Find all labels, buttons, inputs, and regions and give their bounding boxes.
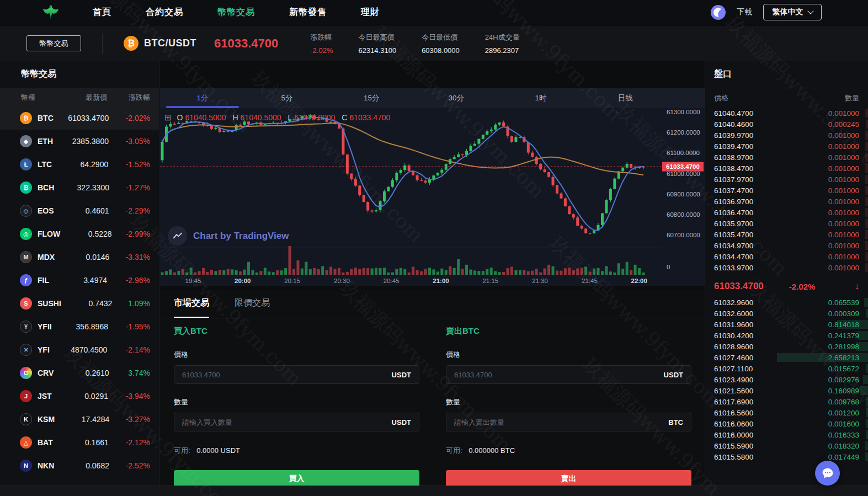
language-selector[interactable]: 繁体中文 <box>763 4 822 20</box>
divider <box>102 33 103 54</box>
coin-row-btc[interactable]: ₿BTC61033.4700-2.02% <box>0 106 159 130</box>
ob-amount: 0.001000 <box>828 131 859 140</box>
bid-row[interactable]: 61017.69000.009768 <box>705 396 868 407</box>
coin-row-eth[interactable]: ◆ETH2385.3800-3.05% <box>0 130 159 153</box>
ask-row[interactable]: 61039.47000.001000 <box>705 141 868 152</box>
ob-amount: 0.001000 <box>828 175 859 184</box>
bid-row[interactable]: 61032.96000.065539 <box>705 297 868 308</box>
chart-svg[interactable]: 61033.470061300.000061200.000061100.0000… <box>160 108 705 286</box>
trade-tab-0[interactable]: 市場交易 <box>174 297 209 318</box>
coin-panel-title: 幣幣交易 <box>0 61 159 88</box>
ob-amount: 0.001000 <box>828 142 859 151</box>
bid-row[interactable]: 61016.56000.001200 <box>705 407 868 418</box>
nav-item-2[interactable]: 幣幣交易 <box>217 7 255 18</box>
ob-amount: 0.001000 <box>828 198 859 206</box>
ob-price: 61037.9700 <box>714 175 753 184</box>
ask-row[interactable]: 61035.47000.001000 <box>705 229 868 240</box>
ob-amount: 0.065539 <box>828 298 859 307</box>
ask-row[interactable]: 61036.97000.001000 <box>705 196 868 207</box>
ask-row[interactable]: 61037.97000.001000 <box>705 174 868 185</box>
bid-row[interactable]: 61015.59000.018320 <box>705 440 868 451</box>
ask-row[interactable]: 61038.97000.001000 <box>705 152 868 163</box>
sell-button[interactable]: 賣出 <box>446 470 691 487</box>
ask-row[interactable]: 61040.46000.000245 <box>705 119 868 130</box>
ask-row[interactable]: 61036.47000.001000 <box>705 207 868 218</box>
nav-item-0[interactable]: 首頁 <box>93 7 111 18</box>
bid-row[interactable]: 61015.58000.017449 <box>705 451 868 462</box>
coin-row-crv[interactable]: CCRV0.26103.74% <box>0 361 159 385</box>
yfi-coin-icon: ✕ <box>20 344 32 356</box>
timeframe-tab-2[interactable]: 15分 <box>329 88 414 108</box>
coin-list: ₿BTC61033.4700-2.02%◆ETH2385.3800-3.05%Ł… <box>0 106 159 477</box>
ask-row[interactable]: 61037.47000.001000 <box>705 185 868 196</box>
chat-support-button[interactable] <box>815 461 840 486</box>
coin-change: -2.12% <box>109 438 150 447</box>
bid-row[interactable]: 61032.60000.000309 <box>705 308 868 319</box>
sell-amount-input[interactable] <box>454 418 668 426</box>
coin-row-ksm[interactable]: KKSM17.4284-3.27% <box>0 408 159 431</box>
nav-item-1[interactable]: 合約交易 <box>146 7 183 18</box>
crv-coin-icon: C <box>20 367 32 379</box>
ask-row[interactable]: 61040.47000.001000 <box>705 108 868 119</box>
chart-settings-icon[interactable]: ⊞ <box>164 113 172 122</box>
trade-tab-1[interactable]: 限價交易 <box>235 297 270 318</box>
ask-row[interactable]: 61034.97000.001000 <box>705 240 868 251</box>
bid-row[interactable]: 61023.49000.082976 <box>705 374 868 385</box>
nav-item-4[interactable]: 理財 <box>361 7 380 18</box>
bid-row[interactable]: 61021.56000.160989 <box>705 385 868 396</box>
timeframe-tab-3[interactable]: 30分 <box>414 88 498 108</box>
buy-amount-input[interactable] <box>182 418 392 426</box>
ohlc-c-label: C <box>342 113 347 122</box>
coin-row-bch[interactable]: ₿BCH322.3300-1.27% <box>0 176 159 199</box>
buy-available-value: 0.0000 USDT <box>196 446 240 455</box>
nav-item-3[interactable]: 新幣發售 <box>289 7 327 18</box>
ticker-bar: 幣幣交易 ₿ BTC/USDT 61033.4700 漲跌幅-2.02%今日最高… <box>0 26 868 61</box>
buy-button[interactable]: 買入 <box>174 470 419 487</box>
coin-row-mdx[interactable]: MMDX0.0146-3.31% <box>0 246 159 269</box>
coin-price: 0.5228 <box>60 230 111 238</box>
depth-bar <box>866 408 868 417</box>
coin-row-eos[interactable]: ◇EOS0.4601-2.29% <box>0 199 159 222</box>
market-type-button[interactable]: 幣幣交易 <box>26 35 81 51</box>
ob-price: 61016.0600 <box>714 420 753 428</box>
bid-row[interactable]: 61030.42000.241379 <box>705 330 868 341</box>
bid-row[interactable]: 61027.46002.658213 <box>705 352 868 363</box>
download-link[interactable]: 下載 <box>737 7 752 17</box>
phoenix-logo-icon[interactable] <box>40 2 62 23</box>
bid-row[interactable]: 61031.96000.814018 <box>705 319 868 330</box>
ob-amount: 0.001000 <box>828 231 859 239</box>
bid-row[interactable]: 61028.96000.281998 <box>705 341 868 352</box>
timeframe-tab-4[interactable]: 1时 <box>498 88 583 108</box>
candlestick-chart[interactable]: ⊞ O 61040.5000 H 61040.5000 L 61010.0000… <box>160 108 705 286</box>
bid-row[interactable]: 61016.06000.001600 <box>705 418 868 429</box>
ask-row[interactable]: 61039.97000.001000 <box>705 130 868 141</box>
timeframe-tab-0[interactable]: 1分 <box>160 88 244 108</box>
coin-row-yfii[interactable]: ¥YFII356.8968-1.95% <box>0 315 159 338</box>
coin-row-sushi[interactable]: SSUSHI0.74321.09% <box>0 292 159 315</box>
ob-price: 61035.9700 <box>714 220 753 228</box>
sell-available-label: 可用: <box>446 446 462 455</box>
coin-row-flow[interactable]: ◎FLOW0.5228-2.99% <box>0 222 159 246</box>
coin-row-ltc[interactable]: ŁLTC64.2900-1.52% <box>0 153 159 176</box>
ohlc-o-label: O <box>177 113 183 122</box>
coin-row-nkn[interactable]: NNKN0.0682-2.52% <box>0 454 159 477</box>
bid-row[interactable]: 61016.00000.016333 <box>705 429 868 440</box>
ask-row[interactable]: 61034.47000.001000 <box>705 251 868 262</box>
bid-row[interactable]: 61027.11000.015672 <box>705 363 868 374</box>
tradingview-attribution[interactable]: Chart by TradingView <box>168 226 289 246</box>
coin-row-jst[interactable]: JJST0.0291-3.94% <box>0 385 159 408</box>
coin-row-fil[interactable]: ƒFIL3.4974-2.96% <box>0 269 159 292</box>
sell-price-input[interactable] <box>454 371 664 379</box>
ask-row[interactable]: 61033.97000.001000 <box>705 262 868 273</box>
ask-row[interactable]: 61035.97000.001000 <box>705 218 868 229</box>
theme-moon-icon[interactable] <box>711 5 726 20</box>
buy-price-input[interactable] <box>182 371 392 379</box>
orderbook-panel: 盤口 價格 數量 61040.47000.00100061040.46000.0… <box>705 61 868 486</box>
coin-row-yfi[interactable]: ✕YFI4870.4500-2.14% <box>0 338 159 361</box>
timeframe-tab-5[interactable]: 日线 <box>583 88 668 108</box>
coin-symbol: MDX <box>38 253 55 262</box>
coin-row-bat[interactable]: △BAT0.1661-2.12% <box>0 431 159 454</box>
stat-value: -2.02% <box>310 46 333 55</box>
timeframe-tab-1[interactable]: 5分 <box>244 88 329 108</box>
ask-row[interactable]: 61038.47000.001000 <box>705 163 868 174</box>
